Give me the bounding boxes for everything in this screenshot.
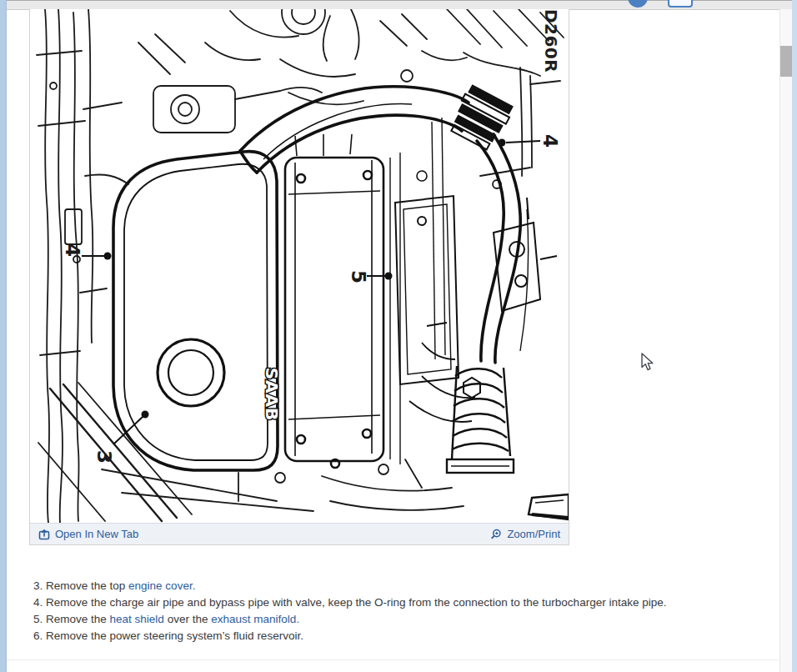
instruction-link[interactable]: heat shield	[110, 613, 164, 625]
zoom-plus-icon	[490, 529, 502, 540]
instruction-text: Remove the power steering system’s fluid…	[46, 629, 303, 642]
instruction-link[interactable]: engine cover.	[128, 579, 195, 592]
instruction-link[interactable]: exhaust manifold.	[211, 613, 299, 625]
profile-circle-icon[interactable]	[628, 0, 648, 8]
left-edge-panel	[0, 0, 7, 672]
instruction-number: 4.	[33, 596, 46, 609]
open-in-new-tab-icon	[38, 529, 50, 540]
instruction-number: 6.	[33, 629, 46, 642]
mouse-cursor	[641, 353, 656, 376]
instruction-number: 3.	[33, 579, 46, 592]
instruction-number: 5.	[33, 613, 46, 625]
engine-brand-text: SAAB	[262, 368, 282, 422]
open-in-new-tab-label: Open In New Tab	[55, 528, 138, 540]
scrollbar[interactable]	[779, 9, 792, 672]
instruction-line: 3. Remove the top engine cover.	[33, 578, 767, 594]
instruction-text: Remove the charge air pipe and bypass pi…	[46, 596, 666, 609]
callout-4-left-label: 4	[62, 243, 83, 257]
diagram-watermark-text: D260R	[541, 9, 561, 73]
chat-bubble-tail-icon	[692, 0, 699, 1]
instruction-line: 4. Remove the charge air pipe and bypass…	[33, 594, 767, 611]
instruction-text: Remove the	[46, 613, 110, 625]
instruction-list: 3. Remove the top engine cover.4. Remove…	[33, 578, 767, 644]
open-in-new-tab-link[interactable]: Open In New Tab	[38, 528, 138, 540]
scrollbar-thumb[interactable]	[780, 46, 792, 77]
instruction-line: 6. Remove the power steering system’s fl…	[33, 628, 767, 644]
engine-line-drawing: SAAB	[30, 9, 569, 523]
right-edge-panel	[792, 0, 797, 672]
section-divider	[7, 659, 779, 660]
chat-bubble-icon[interactable]	[668, 0, 693, 8]
diagram-footer-bar: Open In New Tab Zoom/Print	[30, 523, 569, 544]
instruction-text: over the	[164, 613, 211, 625]
engine-diagram-image: SAAB	[30, 9, 569, 523]
diagram-callouts: 3 4 4 5 D260R	[62, 9, 561, 464]
callout-5-label: 5	[348, 270, 369, 283]
diagram-viewer-card: SAAB	[29, 9, 569, 545]
zoom-print-link[interactable]: Zoom/Print	[490, 528, 560, 540]
callout-3-label: 3	[93, 450, 115, 464]
zoom-print-label: Zoom/Print	[507, 528, 560, 540]
callout-4-right-label: 4	[539, 134, 561, 148]
instruction-line: 5. Remove the heat shield over the exhau…	[33, 611, 767, 628]
instruction-text: Remove the top	[46, 579, 128, 592]
